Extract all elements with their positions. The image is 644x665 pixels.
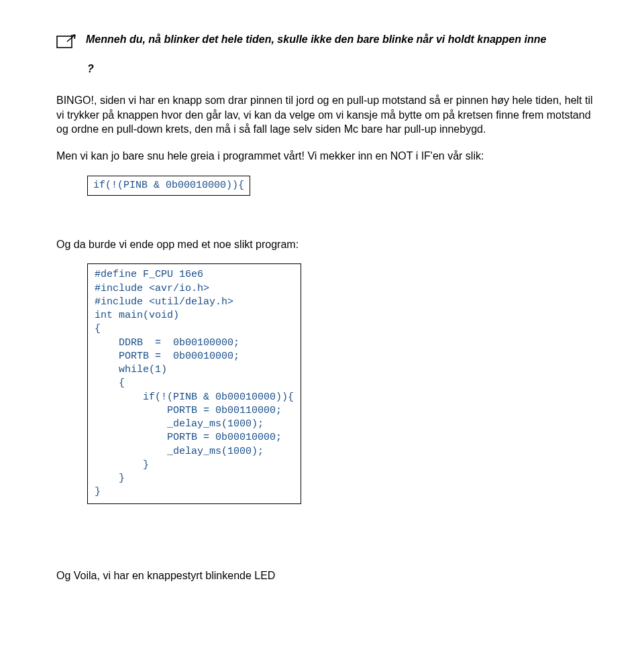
paragraph-menvi: Men vi kan jo bare snu hele greia i prog… — [56, 149, 596, 164]
svg-rect-0 — [57, 36, 72, 48]
callout-row: Menneh du, nå blinker det hele tiden, sk… — [56, 32, 596, 52]
paragraph-bingo: BINGO!, siden vi har en knapp som drar p… — [56, 93, 596, 137]
code-snippet-1: if(!(PINB & 0b00010000)){ — [87, 176, 250, 196]
callout-question: ? — [87, 62, 596, 76]
code-snippet-2: #define F_CPU 16e6 #include <avr/io.h> #… — [87, 263, 301, 503]
arrow-box-icon — [56, 34, 76, 52]
callout-text: Menneh du, nå blinker det hele tiden, sk… — [86, 32, 546, 47]
paragraph-ogda: Og da burde vi ende opp med et noe slikt… — [56, 237, 596, 252]
paragraph-voila: Og Voila, vi har en knappestyrt blinkend… — [56, 568, 596, 583]
